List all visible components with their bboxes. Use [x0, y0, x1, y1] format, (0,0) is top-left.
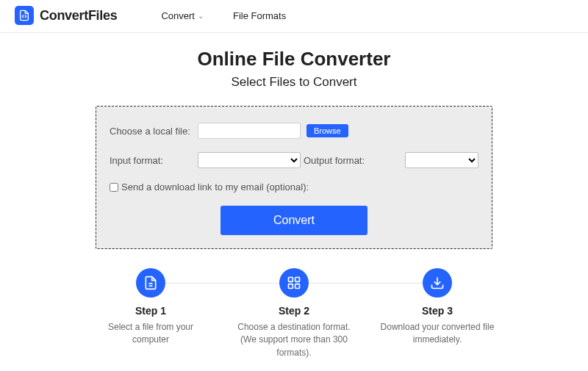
page-title: Online File Converter — [0, 48, 588, 71]
choose-file-label: Choose a local file: — [110, 126, 198, 137]
grid-icon — [279, 268, 309, 298]
step-1-desc: Select a file from your computer — [88, 321, 213, 347]
top-nav: ConvertFiles Convert ⌄ File Formats — [0, 0, 588, 33]
nav-convert-label: Convert — [161, 10, 195, 21]
step-2: Step 2 Choose a destination format. (We … — [232, 268, 356, 359]
step-3-desc: Download your converted file immediately… — [375, 321, 500, 347]
steps: Step 1 Select a file from your computer … — [88, 268, 500, 359]
output-format-select[interactable] — [405, 152, 478, 168]
step-2-title: Step 2 — [232, 305, 356, 317]
download-icon — [423, 268, 452, 298]
step-1-title: Step 1 — [88, 305, 213, 317]
nav-file-formats-label: File Formats — [233, 10, 286, 21]
nav-file-formats[interactable]: File Formats — [233, 10, 286, 21]
brand-logo[interactable]: ConvertFiles — [15, 6, 117, 25]
input-format-label: Input format: — [110, 155, 198, 166]
svg-rect-4 — [289, 284, 293, 289]
file-input[interactable] — [198, 123, 301, 139]
nav-convert[interactable]: Convert ⌄ — [161, 10, 204, 21]
step-3-title: Step 3 — [375, 305, 500, 317]
converter-form: Choose a local file: Browse Input format… — [96, 106, 492, 249]
svg-rect-5 — [295, 284, 300, 289]
file-icon — [136, 268, 165, 298]
svg-rect-2 — [289, 278, 293, 282]
convert-button[interactable]: Convert — [220, 206, 368, 235]
email-checkbox-label: Send a download link to my email (option… — [121, 181, 309, 192]
step-2-desc: Choose a destination format. (We support… — [232, 321, 356, 359]
page-subtitle: Select Files to Convert — [0, 75, 588, 90]
email-checkbox[interactable] — [110, 183, 118, 192]
logo-icon — [15, 6, 34, 25]
svg-rect-3 — [295, 278, 300, 282]
brand-name: ConvertFiles — [40, 8, 117, 24]
step-1: Step 1 Select a file from your computer — [88, 268, 213, 359]
browse-button[interactable]: Browse — [306, 124, 348, 137]
chevron-down-icon: ⌄ — [198, 12, 204, 20]
output-format-label: Output format: — [304, 155, 365, 166]
input-format-select[interactable] — [198, 152, 301, 168]
step-3: Step 3 Download your converted file imme… — [375, 268, 500, 359]
